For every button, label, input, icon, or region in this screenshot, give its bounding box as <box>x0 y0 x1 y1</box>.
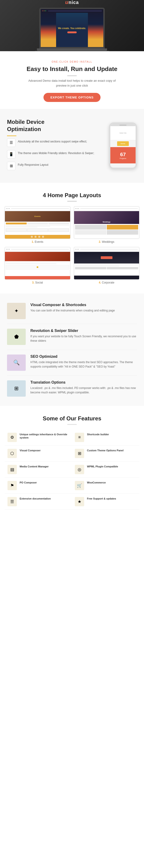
slider-feature: 📱 The theme uses Mobile Friendly sliders… <box>7 150 104 158</box>
feature-img-seo: 🔍 <box>7 354 26 371</box>
gold-divider <box>7 135 16 136</box>
feature-row-slider: ⬟ Revolution & Swiper Slider If you want… <box>7 324 137 350</box>
layouts-title: 4 Home Page Layouts <box>5 192 139 198</box>
feature-row-vc: ✦ Visual Composer & Shortcodes You can u… <box>7 298 137 324</box>
feat-wpml: ◎ WPML Plugin Compatible <box>72 462 139 478</box>
swipe-feature: ☰ Absolutely all the scrolled sections s… <box>7 138 104 147</box>
feat-po-name: PO Composer <box>20 481 69 484</box>
layouts-divider <box>67 201 77 202</box>
feat-docs: ☰ Extensive documentation <box>5 494 72 510</box>
feature-desc-slider: If you want your website to be fully Tou… <box>30 334 137 343</box>
laptop-base <box>37 49 107 51</box>
layout-social-thumb: 😊 <box>5 247 70 280</box>
install-title: Easy to Install, Run and Update <box>9 65 135 73</box>
feature-img-slider: ⬟ <box>7 329 26 345</box>
layout-events-thumb: Events <box>5 206 70 239</box>
wpml-icon: ◎ <box>75 465 84 474</box>
feature-desc-translation: Localized: .po & .mo files included. PD … <box>30 386 137 395</box>
woo-icon: 🛒 <box>75 481 84 490</box>
feat-support: ★ Free Support & updates <box>72 494 139 510</box>
feat-theme-options: ⊞ Custom Theme Options Panel <box>72 445 139 462</box>
layout-weddings-label: 2. Weddings <box>74 240 140 244</box>
our-features-grid: ⚙ Unique settings inheritance & Override… <box>5 430 139 510</box>
feature-title-translation: Translation Options <box>30 380 137 384</box>
feature-content-vc: Visual Composer & Shortcodes You can use… <box>30 303 137 313</box>
mobile-left-content: Mobile DeviceOptimization ☰ Absolutely a… <box>7 118 104 174</box>
swipe-icon: ☰ <box>7 138 16 147</box>
layout-social: 😊 3. Social <box>5 247 70 284</box>
phone-mockup: Hello! We Events 67 Progress <box>109 122 137 169</box>
feature-content-slider: Revolution & Swiper Slider If you want y… <box>30 329 137 343</box>
our-features-title: Some of Our Features <box>5 415 139 422</box>
layout-events: Events <box>5 206 70 244</box>
phone-screen-bottom <box>110 163 136 169</box>
layout-events-label: 1. Events <box>5 240 70 244</box>
laptop-screen-text: We create. You celebrate. <box>58 27 86 30</box>
layout-corporate-label: 4. Corporate <box>74 281 140 284</box>
layout-corporate-thumb <box>74 247 140 280</box>
feat-docs-name: Extensive documentation <box>20 497 69 500</box>
laptop-foot <box>34 51 110 52</box>
feat-settings: ⚙ Unique settings inheritance & Override… <box>5 430 72 445</box>
feat-shortcode: ≡ Shortcode builder <box>72 430 139 445</box>
feat-settings-name: Unique settings inheritance & Override s… <box>20 433 69 439</box>
layout-weddings: Weddings 2. Weddings <box>74 206 140 244</box>
feat-support-name: Free Support & updates <box>87 497 137 500</box>
features-section: ✦ Visual Composer & Shortcodes You can u… <box>0 293 144 406</box>
responsive-text: Fully Responsive Layout <box>18 162 48 167</box>
support-icon: ★ <box>75 497 84 506</box>
feat-vc: ⬡ Visual Composer <box>5 445 72 462</box>
vc-icon: ⬡ <box>7 449 17 458</box>
layout-social-label: 3. Social <box>5 281 70 284</box>
feature-content-seo: SEO Optimized HTML code integrated into … <box>30 354 137 369</box>
layout-weddings-thumb: Weddings <box>74 206 140 239</box>
slider-text: The theme uses Mobile Friendly sliders: … <box>18 150 94 155</box>
export-button[interactable]: EXPORT THEME OPTIONS <box>44 93 101 102</box>
layouts-grid: Events <box>5 206 139 284</box>
feat-woocommerce: 🛒 WooCommerce <box>72 478 139 494</box>
feature-img-translation: ⊞ <box>7 380 26 397</box>
feature-desc-seo: HTML code integrated into the theme meet… <box>30 360 137 369</box>
feat-woo-name: WooCommerce <box>87 481 137 484</box>
laptop-mockup: We create. You celebrate. <box>39 8 105 49</box>
mobile-section: Mobile DeviceOptimization ☰ Absolutely a… <box>0 109 144 183</box>
our-features-section: Some of Our Features ⚙ Unique settings i… <box>0 406 144 517</box>
po-icon: ⚑ <box>7 481 17 490</box>
feature-title-slider: Revolution & Swiper Slider <box>30 329 137 333</box>
mobile-title: Mobile DeviceOptimization <box>7 118 104 133</box>
phone-screen-top: Hello! We <box>110 126 136 140</box>
feature-row-translation: ⊞ Translation Options Localized: .po & .… <box>7 376 137 401</box>
phone-number: 67 <box>120 152 126 158</box>
phone-mockup-container: Hello! We Events 67 Progress <box>109 122 137 169</box>
slider-icon: 📱 <box>7 150 16 158</box>
feature-content-translation: Translation Options Localized: .po & .mo… <box>30 380 137 395</box>
phone-label: Progress <box>120 158 126 159</box>
feature-title-vc: Visual Composer & Shortcodes <box>30 303 137 307</box>
install-section: ONE-CLICK DEMO INSTALL Easy to Install, … <box>0 51 144 109</box>
phone-screen-number: 67 Progress <box>110 147 136 163</box>
layout-corporate: 4. Corporate <box>74 247 140 284</box>
feat-theme-options-name: Custom Theme Options Panel <box>87 449 137 452</box>
theme-options-icon: ⊞ <box>75 449 84 458</box>
feat-media: ▤ Media Content Manager <box>5 462 72 478</box>
feat-shortcode-name: Shortcode builder <box>87 433 137 436</box>
hero-section: ● ● ● ● ● unica We create. You celebrate… <box>0 0 144 51</box>
responsive-icon: ⊞ <box>7 162 16 170</box>
shortcode-icon: ≡ <box>75 433 84 442</box>
feat-vc-name: Visual Composer <box>20 449 69 452</box>
section-tag: ONE-CLICK DEMO INSTALL <box>9 61 135 63</box>
layouts-section: 4 Home Page Layouts Events <box>0 183 144 293</box>
settings-icon: ⚙ <box>7 433 17 442</box>
our-features-divider <box>67 424 77 425</box>
section-divider <box>67 75 77 76</box>
install-description: Advanced Demo data install tool helps to… <box>25 79 119 88</box>
feature-row-seo: 🔍 SEO Optimized HTML code integrated int… <box>7 350 137 376</box>
feat-media-name: Media Content Manager <box>20 465 69 468</box>
feat-wpml-name: WPML Plugin Compatible <box>87 465 137 468</box>
docs-icon: ☰ <box>7 497 17 506</box>
swipe-text: Absolutely all the scrolled sections sup… <box>18 138 87 144</box>
feature-title-seo: SEO Optimized <box>30 354 137 359</box>
media-icon: ▤ <box>7 465 17 474</box>
feature-img-vc: ✦ <box>7 303 26 319</box>
feat-po: ⚑ PO Composer <box>5 478 72 494</box>
